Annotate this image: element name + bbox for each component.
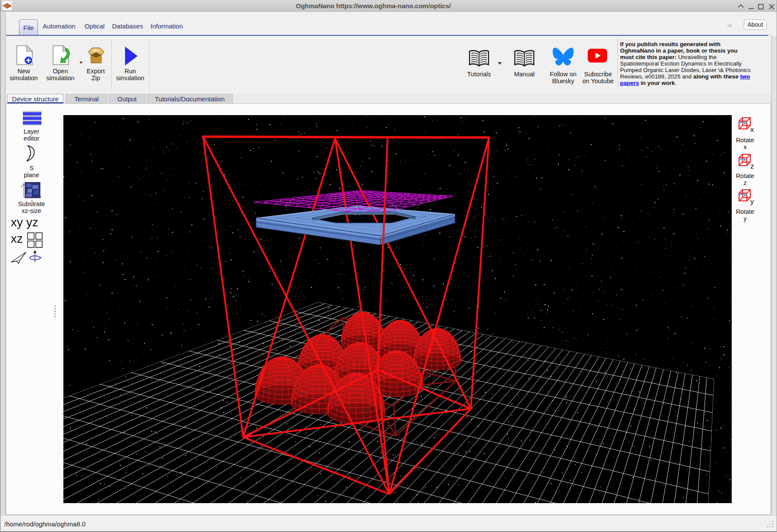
svg-text:x: x — [21, 184, 23, 188]
